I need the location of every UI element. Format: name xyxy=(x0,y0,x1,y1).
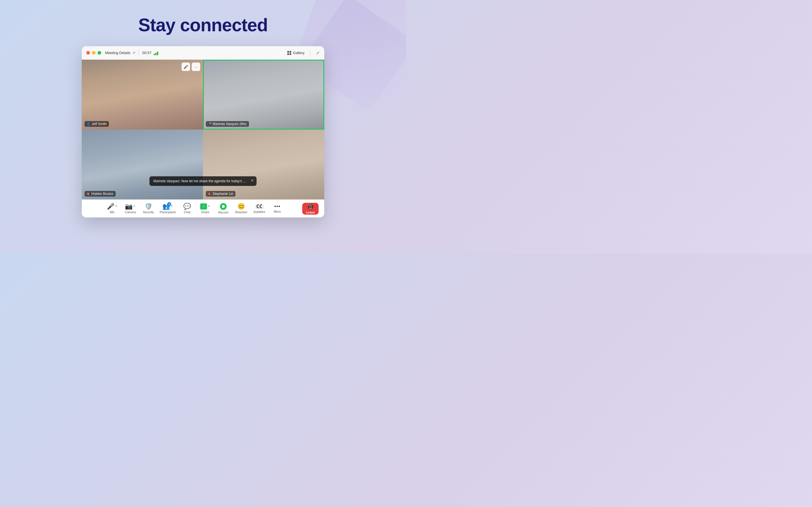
mic-toggle-jeff[interactable]: 🎤 xyxy=(182,62,190,71)
subtitles-icon: CC xyxy=(255,204,264,209)
more-icon: ••• xyxy=(274,204,281,209)
video-cell-stephanie-lin: 🔇 Stephanie Lin xyxy=(203,129,324,200)
close-button[interactable] xyxy=(86,51,90,55)
toolbar-item-security[interactable]: 🛡️ Security xyxy=(140,202,157,215)
signal-strength-icon xyxy=(154,51,158,55)
participant-name-holden: Holden Boulos xyxy=(91,192,113,196)
share-icon: ↑ xyxy=(200,203,207,210)
leave-phone-icon: 📵 xyxy=(307,203,314,210)
participants-icon-wrap: 👥 4 xyxy=(162,203,170,210)
toolbar-item-camera[interactable]: 📷 ▲ Camera xyxy=(122,202,139,215)
chat-close-icon[interactable]: ✕ xyxy=(251,178,254,182)
maximize-button[interactable] xyxy=(98,51,101,55)
chat-label: Chat xyxy=(184,210,190,214)
title-bar: Meeting Details ↗ 00:57 Gallery ⤢ xyxy=(82,46,324,60)
mic-label: Mic xyxy=(110,210,115,214)
mic-chevron-icon: ▲ xyxy=(115,204,117,207)
mic-muted-icon-holden: 🔇 xyxy=(86,192,90,196)
reaction-icon: 😊 xyxy=(238,203,245,210)
signal-bar-1 xyxy=(154,54,155,55)
toolbar-item-chat[interactable]: 💬 Chat xyxy=(179,202,196,215)
participant-name-stephanie: Stephanie Lin xyxy=(213,192,233,196)
signal-bar-2 xyxy=(155,53,156,55)
mic-icon: 🎤 xyxy=(107,203,114,210)
video-controls-jeff: 🎤 ··· xyxy=(182,62,200,71)
gallery-grid-icon xyxy=(287,51,291,55)
record-label: Record xyxy=(218,211,228,214)
meeting-window: Meeting Details ↗ 00:57 Gallery ⤢ xyxy=(82,46,324,217)
fullscreen-icon[interactable]: ⤢ xyxy=(316,50,320,55)
window-controls xyxy=(86,51,101,55)
toolbar-item-mic[interactable]: 🎤 ▲ Mic xyxy=(104,202,121,215)
record-icon xyxy=(220,203,227,210)
divider xyxy=(139,50,139,56)
reaction-label: Reaction xyxy=(235,210,247,214)
camera-chevron-icon: ▲ xyxy=(133,204,136,207)
more-label: More xyxy=(274,210,281,213)
mic-on-icon: 🎤 xyxy=(207,122,211,126)
signal-bar-3 xyxy=(157,52,158,55)
leave-label: Leave xyxy=(306,211,315,214)
meeting-details-label: Meeting Details xyxy=(105,51,131,55)
mic-muted-icon-stephanie: 🔇 xyxy=(207,192,211,196)
toolbar-item-more[interactable]: ••• More xyxy=(269,203,286,214)
meeting-timer: 00:57 xyxy=(142,51,152,55)
participants-label: Participants xyxy=(160,210,175,214)
gallery-label: Gallery xyxy=(293,51,305,55)
name-tag-marinda: 🎤 Marinda Vasquez (Me) xyxy=(206,121,249,127)
person-icon: 👤 xyxy=(86,122,91,126)
video-cell-jeff-smith: 🎤 ··· 👤 Jeff Smith xyxy=(82,60,203,129)
name-tag-holden: 🔇 Holden Boulos xyxy=(85,191,116,196)
security-icon: 🛡️ xyxy=(145,203,152,210)
toolbar-item-subtitles[interactable]: CC Subtitles xyxy=(251,203,268,215)
toolbar-item-record[interactable]: Record xyxy=(215,202,232,215)
name-tag-stephanie: 🔇 Stephanie Lin xyxy=(206,191,236,196)
camera-label: Camera xyxy=(125,210,136,214)
participants-badge: 4 xyxy=(167,202,171,206)
share-label: Share xyxy=(201,210,209,214)
video-cell-marinda-vasquez: 🎤 Marinda Vasquez (Me) xyxy=(203,60,324,129)
page-title: Stay connected xyxy=(138,15,267,36)
chat-icon: 💬 xyxy=(183,203,191,210)
name-tag-jeff: 👤 Jeff Smith xyxy=(85,121,109,127)
share-icon: ↗ xyxy=(132,51,135,55)
toolbar-items: 🎤 ▲ Mic 📷 ▲ Camera 🛡️ Security xyxy=(87,202,302,215)
security-label: Security xyxy=(143,210,154,214)
minimize-button[interactable] xyxy=(92,51,96,55)
leave-button[interactable]: 📵 Leave xyxy=(302,203,319,215)
video-grid: 🎤 ··· 👤 Jeff Smith 🎤 Marinda Vasquez (Me… xyxy=(82,60,324,200)
camera-icon: 📷 xyxy=(125,203,133,210)
more-options-jeff[interactable]: ··· xyxy=(192,62,200,71)
chat-notification-text: Marinda Vasquez: Now let me share the ag… xyxy=(153,179,255,183)
subtitles-label: Subtitles xyxy=(253,210,265,214)
gallery-view-button[interactable]: Gallery xyxy=(287,51,305,55)
toolbar: 🎤 ▲ Mic 📷 ▲ Camera 🛡️ Security xyxy=(82,200,324,217)
participant-name-marinda: Marinda Vasquez (Me) xyxy=(213,122,247,126)
toolbar-item-share[interactable]: ↑ ▲ Share xyxy=(197,202,214,215)
participant-name-jeff: Jeff Smith xyxy=(92,122,107,126)
divider-2 xyxy=(310,50,310,56)
video-cell-holden-boulos: 🔇 Holden Boulos xyxy=(82,129,203,200)
chat-notification: Marinda Vasquez: Now let me share the ag… xyxy=(149,176,257,186)
share-chevron-icon: ▲ xyxy=(207,204,210,207)
meeting-details-button[interactable]: Meeting Details ↗ xyxy=(105,51,135,55)
toolbar-item-participants[interactable]: 👥 4 ▲ Participants xyxy=(158,202,177,215)
toolbar-item-reaction[interactable]: 😊 Reaction xyxy=(233,202,250,215)
title-bar-right: Gallery ⤢ xyxy=(287,50,320,56)
